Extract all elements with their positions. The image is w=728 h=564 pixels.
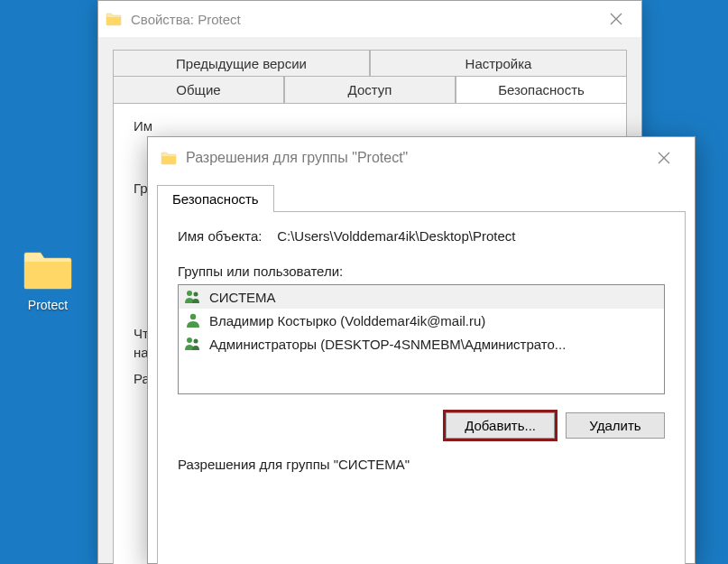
permissions-dialog: Разрешения для группы "Protect" Безопасн… (147, 136, 696, 564)
desktop-folder-label: Protect (16, 298, 79, 312)
permissions-for-label: Разрешения для группы "СИСТЕМА" (178, 457, 665, 472)
permissions-titlebar[interactable]: Разрешения для группы "Protect" (148, 137, 695, 179)
svg-point-4 (194, 339, 198, 344)
tab-security[interactable]: Безопасность (157, 185, 274, 212)
tab-settings[interactable]: Настройка (370, 50, 627, 77)
group-icon (184, 289, 202, 305)
close-icon (658, 152, 670, 164)
tab-previous-versions[interactable]: Предыдущие версии (113, 50, 370, 77)
list-item-label: СИСТЕМА (209, 290, 276, 305)
close-button[interactable] (646, 143, 682, 172)
folder-icon (161, 151, 177, 165)
close-icon (610, 13, 622, 25)
tab-general[interactable]: Общие (113, 76, 284, 103)
groups-users-label: Группы или пользователи: (178, 264, 665, 279)
list-item-administrators[interactable]: Администраторы (DESKTOP-4SNMEBM\Админист… (179, 332, 664, 356)
object-name-line: Имя объекта: C:\Users\Volddemar4ik\Deskt… (178, 228, 665, 244)
svg-point-1 (194, 292, 198, 297)
object-name-partial: Им (134, 118, 606, 134)
add-button[interactable]: Добавить... (446, 412, 555, 439)
user-icon (184, 312, 202, 328)
svg-point-2 (190, 314, 196, 319)
tab-access[interactable]: Доступ (284, 76, 456, 103)
object-path: C:\Users\Volddemar4ik\Desktop\Protect (277, 228, 515, 244)
close-button[interactable] (598, 5, 634, 33)
folder-icon (23, 249, 73, 291)
svg-point-3 (187, 337, 192, 343)
desktop-folder-protect[interactable]: Protect (16, 249, 79, 312)
group-icon (184, 336, 202, 352)
object-name-label: Имя объекта: (178, 228, 262, 244)
tab-security[interactable]: Безопасность (456, 76, 627, 103)
users-listbox[interactable]: СИСТЕМА Владимир Костырко (Volddemar4ik@… (178, 284, 665, 394)
list-item-label: Администраторы (DESKTOP-4SNMEBM\Админист… (209, 337, 566, 352)
list-item-user[interactable]: Владимир Костырко (Volddemar4ik@mail.ru) (179, 309, 664, 332)
remove-button[interactable]: Удалить (566, 412, 665, 439)
list-item-system[interactable]: СИСТЕМА (179, 285, 664, 309)
properties-titlebar[interactable]: Свойства: Protect (98, 1, 641, 37)
list-item-label: Владимир Костырко (Volddemar4ik@mail.ru) (209, 313, 485, 328)
permissions-tab-content: Имя объекта: C:\Users\Volddemar4ik\Deskt… (157, 211, 686, 564)
folder-icon (106, 12, 122, 26)
svg-point-0 (187, 291, 192, 296)
properties-title: Свойства: Protect (131, 12, 598, 27)
permissions-title: Разрешения для группы "Protect" (186, 150, 646, 166)
